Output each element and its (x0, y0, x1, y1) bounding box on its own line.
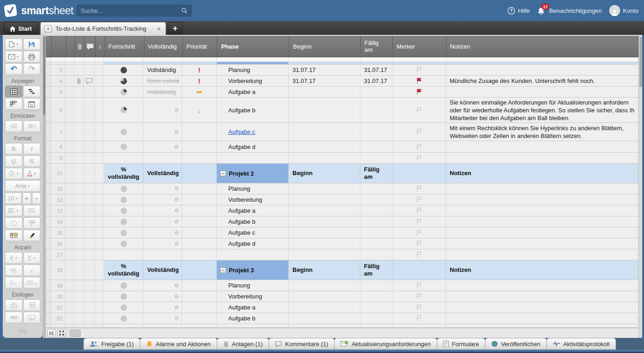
cell-fortschritt[interactable] (104, 194, 143, 205)
font-color-button[interactable]: A▼ (23, 168, 41, 179)
cell-prio[interactable] (182, 123, 217, 141)
column-header-clip[interactable] (75, 36, 85, 57)
cell-handle[interactable] (46, 324, 51, 328)
cell-beginn[interactable] (289, 238, 360, 249)
cell-phase[interactable]: Planung (217, 183, 289, 194)
smartsheet-logo[interactable]: smartsheet (5, 5, 73, 17)
grid-view-button[interactable] (5, 86, 22, 97)
notifications-button[interactable]: 17 Benachrichtigungen (537, 6, 602, 16)
cell-merker[interactable] (392, 216, 446, 227)
cell-prio[interactable] (182, 249, 217, 260)
percent-format-button[interactable]: % (5, 265, 22, 276)
cell-beginn[interactable] (289, 87, 360, 98)
cell-phase[interactable]: Vorbereitung (217, 291, 289, 302)
hscroll-thumb[interactable] (70, 330, 81, 337)
cell-vollst[interactable] (143, 249, 182, 260)
cell-fortschritt[interactable] (104, 216, 143, 227)
cell-handle[interactable] (46, 65, 51, 76)
cell-merker[interactable] (392, 141, 446, 153)
insert-column-button[interactable] (5, 299, 22, 311)
cell-merker[interactable] (392, 153, 446, 164)
insert-hyperlink-button[interactable] (5, 312, 22, 323)
cell-faellig[interactable] (360, 183, 392, 194)
flag-outline-icon[interactable] (416, 196, 422, 203)
cell-handle[interactable] (46, 57, 51, 62)
cell-prio[interactable] (182, 260, 217, 280)
cell-beginn[interactable]: Beginn (289, 164, 360, 183)
cell-faellig[interactable] (360, 98, 392, 123)
cell-faellig[interactable] (360, 313, 392, 324)
cell-prio[interactable]: ! (182, 76, 217, 87)
help-button[interactable]: ? Hilfe (507, 7, 530, 15)
cell-phase[interactable]: Aufgabe b (217, 313, 289, 324)
gantt-view-button[interactable] (23, 86, 41, 97)
cell-faellig[interactable]: Fällig am (360, 164, 392, 183)
font-size-button[interactable]: 10▼ (5, 193, 22, 204)
cell-beginn[interactable] (289, 153, 360, 164)
column-header-faellig[interactable]: Fällig am (361, 36, 393, 57)
cell-faellig[interactable] (360, 238, 392, 249)
cell-beginn[interactable] (289, 280, 360, 291)
cell-fortschritt[interactable] (104, 205, 143, 216)
scroll-left-edge-button[interactable] (47, 329, 56, 337)
cell-notizen[interactable]: Mündliche Zusage des Kunden. Unterschrif… (446, 76, 638, 87)
cell-beginn[interactable] (289, 313, 360, 324)
cell-faellig[interactable]: 31.07.17 (360, 65, 392, 76)
cell-prio[interactable] (182, 205, 217, 216)
cell-handle[interactable] (46, 153, 51, 164)
cell-fortschritt[interactable] (104, 87, 143, 98)
column-header-info[interactable]: i (96, 36, 105, 57)
cell-prio[interactable] (182, 194, 217, 205)
indent-button[interactable] (23, 121, 41, 132)
flag-outline-icon[interactable] (416, 207, 422, 214)
cell-beginn[interactable] (289, 291, 360, 302)
cell-notizen[interactable] (446, 183, 638, 194)
flag-red-icon[interactable] (416, 77, 422, 84)
cell-phase[interactable]: Aufgabe c (217, 123, 289, 141)
cell-merker[interactable] (392, 280, 446, 291)
collapse-icon[interactable]: − (220, 267, 226, 273)
cell-notizen[interactable] (446, 324, 638, 328)
cell-notizen[interactable] (446, 280, 638, 291)
cell-prio[interactable] (182, 216, 217, 227)
expand-button[interactable] (57, 329, 66, 337)
search-input[interactable]: Suche... (77, 5, 192, 17)
cell-faellig[interactable] (360, 324, 392, 328)
cell-beginn[interactable]: 31.07.17 (289, 65, 360, 76)
flag-outline-icon[interactable] (416, 240, 422, 247)
cell-vollst[interactable]: Nicht vollstä (143, 76, 182, 87)
cell-phase[interactable]: −Projekt 3 (217, 260, 289, 280)
cell-faellig[interactable] (360, 216, 392, 227)
cell-faellig[interactable] (360, 57, 392, 62)
cell-fortschritt[interactable] (104, 57, 143, 62)
cell-fortschritt[interactable]: % vollständig (104, 164, 143, 183)
calendar-view-button[interactable]: 31 (23, 98, 41, 110)
cell-handle[interactable] (46, 216, 51, 227)
flag-outline-icon[interactable] (416, 66, 422, 73)
cell-handle[interactable] (46, 205, 51, 216)
cell-prio[interactable] (182, 164, 217, 183)
cell-vollst[interactable]: 0 (143, 291, 182, 302)
font-size-decrease-button[interactable]: − (32, 193, 41, 204)
cell-notizen[interactable] (446, 87, 638, 98)
cell-prio[interactable] (182, 57, 217, 62)
cell-notizen[interactable]: Mit einem Rechtsklick können Sie Hyperli… (446, 123, 638, 141)
cell-merker[interactable] (392, 260, 446, 280)
decrease-decimals-button[interactable]: .0← (5, 277, 22, 288)
cell-handle[interactable] (46, 260, 51, 280)
comment-icon[interactable] (86, 78, 93, 84)
cell-prio[interactable] (182, 302, 217, 313)
cell-notizen[interactable] (446, 205, 638, 216)
cell-phase[interactable]: Vorbereitung (217, 76, 289, 87)
cell-handle[interactable] (46, 76, 51, 87)
cell-faellig[interactable] (360, 302, 392, 313)
sum-button[interactable]: Σ▼ (23, 252, 41, 264)
cell-beginn[interactable] (289, 194, 360, 205)
column-header-merker[interactable]: Merker (393, 36, 446, 57)
cell-notizen[interactable]: Notizen (446, 164, 638, 183)
cell-vollst[interactable]: 0 (143, 205, 182, 216)
column-header-c1[interactable] (66, 36, 75, 57)
bottom-tab-clip[interactable]: Anlagen (1) (217, 338, 269, 350)
tab-close-icon[interactable]: × (156, 25, 162, 33)
flag-outline-icon[interactable] (416, 128, 422, 135)
